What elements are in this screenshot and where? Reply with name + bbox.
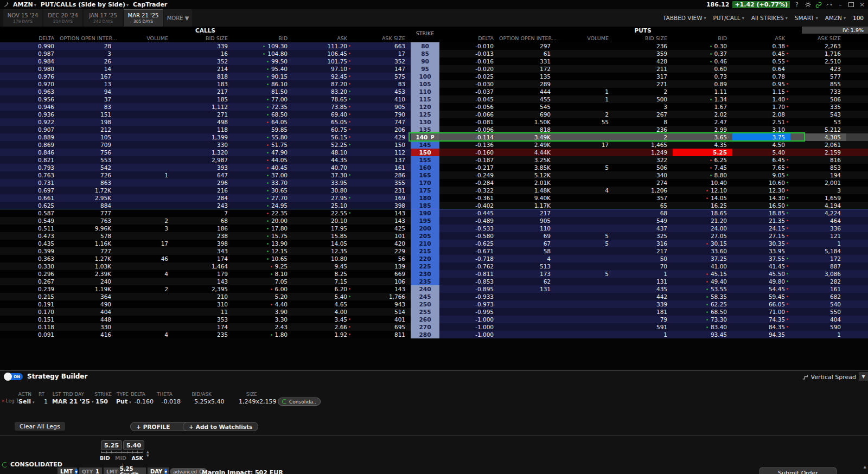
- strike-cell[interactable]: 135: [411, 126, 439, 133]
- call-bid[interactable]: 3.30: [233, 316, 293, 323]
- call-ask[interactable]: 9.45: [293, 262, 353, 270]
- call-bid-size[interactable]: 1,112: [174, 103, 233, 111]
- put-delta[interactable]: -0.533: [439, 225, 499, 232]
- row-gutter[interactable]: [846, 187, 868, 194]
- call-ask[interactable]: 3.45: [293, 316, 353, 323]
- row-gutter[interactable]: [846, 247, 868, 255]
- option-row-150[interactable]: 0.8467561,32047.9048.10112150-0.1604.44K…: [0, 149, 868, 156]
- call-ask-size[interactable]: 143: [353, 285, 411, 293]
- put-delta[interactable]: -0.249: [439, 171, 499, 179]
- put-volume[interactable]: [556, 126, 614, 133]
- call-open-interest[interactable]: 13: [60, 80, 117, 88]
- row-gutter[interactable]: [846, 88, 868, 95]
- call-volume[interactable]: [117, 88, 174, 95]
- call-bid-size[interactable]: 330: [174, 141, 233, 149]
- call-open-interest[interactable]: 1.19K: [60, 285, 117, 293]
- put-delta[interactable]: -0.187: [439, 156, 499, 164]
- call-open-interest[interactable]: 448: [60, 316, 117, 323]
- option-row-280[interactable]: 0.09141642351.801.92811280-1.000193.4594…: [0, 331, 868, 338]
- put-bid[interactable]: 18.65: [673, 209, 732, 217]
- put-bid-size[interactable]: 340: [614, 171, 673, 179]
- call-volume[interactable]: [117, 141, 174, 149]
- call-bid-size[interactable]: 186: [174, 225, 233, 232]
- call-delta[interactable]: 0.907: [0, 126, 60, 133]
- call-bid-size[interactable]: 179: [174, 270, 233, 278]
- row-gutter[interactable]: [846, 57, 868, 65]
- put-bid-size[interactable]: 1,249: [614, 149, 673, 156]
- call-bid-size[interactable]: 174: [174, 323, 233, 331]
- call-bid-size[interactable]: 296: [174, 179, 233, 187]
- option-row-135[interactable]: 0.90721211859.8560.75206135-0.0968182362…: [0, 126, 868, 133]
- row-gutter[interactable]: [846, 103, 868, 111]
- close-icon[interactable]: ×: [858, 1, 866, 8]
- call-delta[interactable]: 0.511: [0, 225, 60, 232]
- put-ask[interactable]: 94.35: [732, 331, 790, 338]
- strike-cell[interactable]: 145: [411, 141, 439, 149]
- call-volume[interactable]: [117, 80, 174, 88]
- put-column-header-delta[interactable]: DELTA: [439, 35, 499, 41]
- call-bid-size[interactable]: 1,464: [174, 262, 233, 270]
- call-ask[interactable]: 69.40: [293, 111, 353, 118]
- call-open-interest[interactable]: 777: [60, 209, 117, 217]
- slider-mid-label[interactable]: MID: [115, 455, 126, 461]
- put-open-interest[interactable]: 62: [499, 278, 556, 285]
- option-row-175[interactable]: 0.6971.72K21630.6530.80231175-0.3221.48K…: [0, 187, 868, 194]
- call-ask[interactable]: 4.65: [293, 300, 353, 308]
- put-ask[interactable]: 9.05: [732, 171, 790, 179]
- put-volume[interactable]: [556, 73, 614, 80]
- call-open-interest[interactable]: 28: [60, 42, 117, 50]
- put-open-interest[interactable]: 545: [499, 103, 556, 111]
- call-ask-size[interactable]: 401: [353, 316, 411, 323]
- put-bid[interactable]: 45.15: [673, 270, 732, 278]
- call-open-interest[interactable]: 9.96K: [60, 225, 117, 232]
- put-bid[interactable]: 0.30: [673, 42, 732, 50]
- call-delta[interactable]: 0.399: [0, 247, 60, 255]
- put-open-interest[interactable]: 331: [499, 57, 556, 65]
- call-bid-size[interactable]: 352: [174, 57, 233, 65]
- call-bid-size[interactable]: 398: [174, 240, 233, 247]
- call-bid-size[interactable]: 243: [174, 202, 233, 209]
- put-bid-size[interactable]: 339: [614, 300, 673, 308]
- add-to-watchlists-button[interactable]: +Add to Watchlists: [183, 422, 258, 431]
- strike-cell[interactable]: 115: [411, 95, 439, 103]
- put-volume[interactable]: 1: [556, 88, 614, 95]
- put-volume[interactable]: 17: [556, 141, 614, 149]
- panel-collapse-button[interactable]: ▼: [859, 372, 868, 381]
- put-ask[interactable]: 24.15: [732, 225, 790, 232]
- call-open-interest[interactable]: 578: [60, 232, 117, 240]
- call-delta[interactable]: 0.846: [0, 149, 60, 156]
- call-ask-size[interactable]: 229: [353, 247, 411, 255]
- put-bid[interactable]: 1.11: [673, 88, 732, 95]
- remove-leg-icon[interactable]: ×: [1, 398, 5, 403]
- option-row-205[interactable]: 0.47357823815.7515.85101205-0.5806953252…: [0, 232, 868, 240]
- put-ask-size[interactable]: 335: [790, 103, 846, 111]
- call-open-interest[interactable]: 542: [60, 164, 117, 171]
- call-volume[interactable]: 4: [117, 331, 174, 338]
- call-ask[interactable]: 73.85: [293, 103, 353, 111]
- put-volume[interactable]: 55: [556, 118, 614, 126]
- put-ask-size[interactable]: 3: [790, 187, 846, 194]
- call-volume[interactable]: [117, 308, 174, 316]
- call-delta[interactable]: 0.793: [0, 164, 60, 171]
- call-bid-size[interactable]: 393: [174, 164, 233, 171]
- call-volume[interactable]: [117, 50, 174, 57]
- leg-expiry-dropdown[interactable]: MAR 21 '25: [52, 398, 90, 405]
- put-delta[interactable]: -0.933: [439, 293, 499, 300]
- price-slider[interactable]: [101, 451, 143, 454]
- call-open-interest[interactable]: 726: [60, 171, 117, 179]
- call-bid[interactable]: 20.00: [233, 217, 293, 225]
- call-volume[interactable]: [117, 118, 174, 126]
- call-bid[interactable]: 30.65: [233, 187, 293, 194]
- call-bid-size[interactable]: 185: [174, 95, 233, 103]
- put-volume[interactable]: [556, 285, 614, 293]
- call-volume[interactable]: [117, 187, 174, 194]
- strike-cell[interactable]: 120: [411, 103, 439, 111]
- layout-selector[interactable]: PUT/CALLs (Side by Side)▾: [41, 1, 130, 8]
- maximize-icon[interactable]: [847, 2, 855, 7]
- call-open-interest[interactable]: 490: [60, 300, 117, 308]
- put-ask-size[interactable]: 3,086: [790, 270, 846, 278]
- put-delta[interactable]: -0.081: [439, 118, 499, 126]
- put-ask[interactable]: 33.95: [732, 247, 790, 255]
- call-bid-size[interactable]: 210: [174, 293, 233, 300]
- put-ask-size[interactable]: 53: [790, 118, 846, 126]
